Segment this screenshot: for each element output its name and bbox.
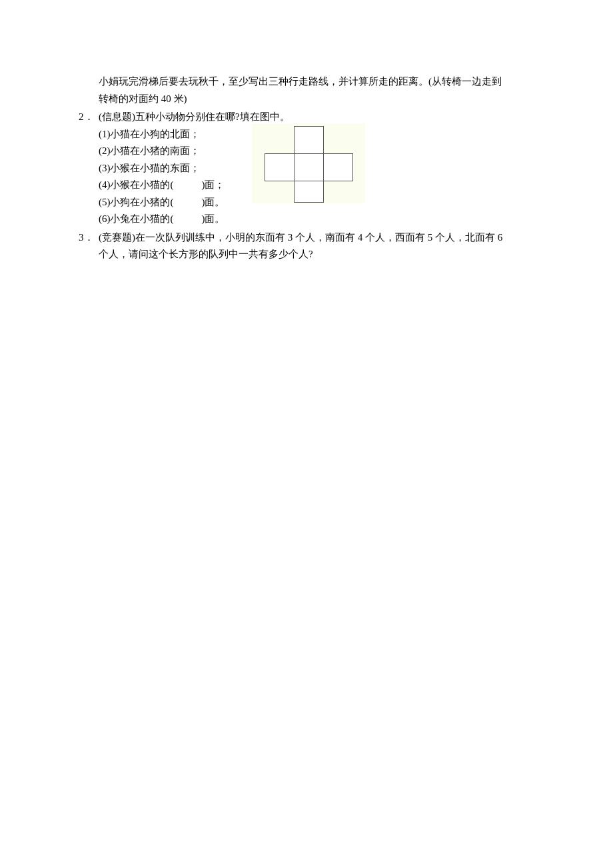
grid-cell-east: [323, 153, 353, 181]
q2-sub3: (3)小猴在小猫的东面；: [99, 160, 225, 177]
grid-cell-south: [294, 181, 324, 203]
q2-sub4: (4)小猴在小猫的()面；: [99, 177, 225, 194]
question-2: 2． (信息题)五种小动物分别住在哪?填在图中。 (1)小猫在小狗的北面； (2…: [79, 109, 546, 228]
q2-sub6: (6)小兔在小猫的()面。: [99, 211, 225, 228]
q2-s6b: )面。: [202, 213, 225, 224]
q2-s5b: )面。: [202, 197, 225, 207]
q2-sub1: (1)小猫在小狗的北面；: [99, 126, 225, 143]
q1-line1: 小娟玩完滑梯后要去玩秋千，至少写出三种行走路线，并计算所走的距离。(从转椅一边走…: [99, 73, 546, 91]
q2-sub-list: (1)小猫在小狗的北面； (2)小猫在小猪的南面； (3)小猴在小猫的东面； (…: [99, 126, 225, 228]
q1-line2: 转椅的对面约 40 米): [99, 91, 546, 108]
q2-number: 2．: [79, 109, 99, 126]
grid-cell-west: [265, 153, 295, 181]
q3-line2: 个人，请问这个长方形的队列中一共有多少个人?: [99, 246, 546, 263]
q2-s4a: (4)小猴在小猫的(: [99, 179, 174, 190]
q3-number: 3．: [79, 229, 99, 247]
question-3: 3． (竞赛题)在一次队列训练中，小明的东面有 3 个人，南面有 4 个人，西面…: [79, 229, 546, 263]
q2-s6a: (6)小兔在小猫的(: [99, 213, 174, 224]
grid-cell-north: [294, 126, 324, 154]
q2-sub2: (2)小猫在小猪的南面；: [99, 143, 225, 160]
q3-line1: (竞赛题)在一次队列训练中，小明的东面有 3 个人，南面有 4 个人，西面有 5…: [99, 229, 546, 247]
question-1-continuation: 小娟玩完滑梯后要去玩秋千，至少写出三种行走路线，并计算所走的距离。(从转椅一边走…: [99, 73, 546, 107]
q2-s4b: )面；: [202, 179, 225, 190]
cross-grid-figure: [252, 123, 365, 203]
grid-cell-center: [294, 153, 324, 181]
q2-s5a: (5)小狗在小猪的(: [99, 197, 174, 207]
q2-sub5: (5)小狗在小猪的()面。: [99, 194, 225, 211]
